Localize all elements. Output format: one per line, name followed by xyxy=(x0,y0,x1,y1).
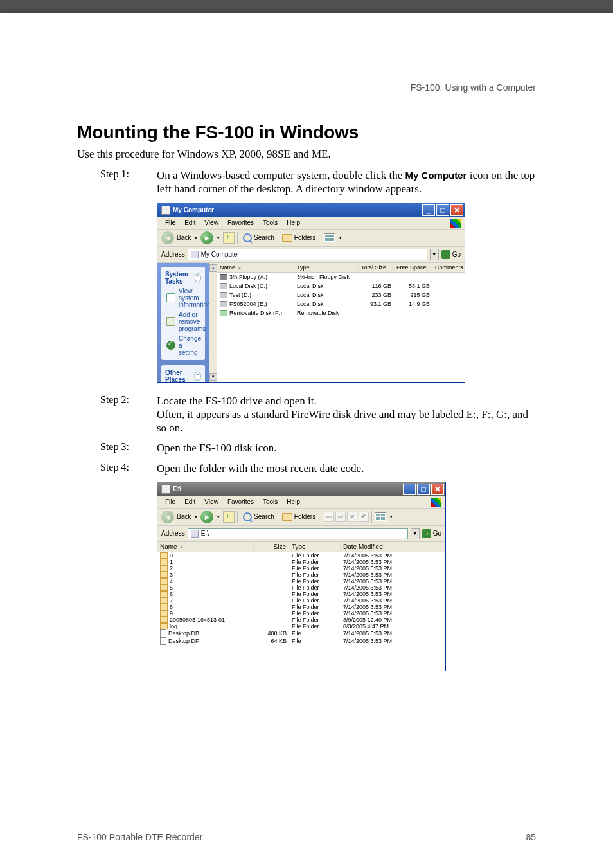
list-item[interactable]: 5File Folder7/14/2005 3:53 PM xyxy=(157,584,445,591)
collapse-button[interactable]: ⌃ xyxy=(195,273,201,282)
menu-tools[interactable]: Tools xyxy=(259,219,281,228)
go-button[interactable]: → Go xyxy=(441,250,461,259)
address-dropdown[interactable]: ▼ xyxy=(430,249,439,260)
views-dropdown[interactable]: ▼ xyxy=(389,514,393,519)
forward-button[interactable]: ► xyxy=(200,511,213,523)
col-name[interactable]: Name xyxy=(217,263,294,272)
drive-row[interactable]: FS052004 (E:)Local Disk93.1 GB14.9 GB xyxy=(217,300,465,309)
menu-view[interactable]: View xyxy=(200,498,222,507)
menu-tools[interactable]: Tools xyxy=(259,498,281,507)
views-dropdown[interactable]: ▼ xyxy=(338,235,342,240)
step-body: On a Windows-based computer system, doub… xyxy=(157,168,536,196)
list-item[interactable]: 0File Folder7/14/2005 3:53 PM xyxy=(157,552,445,559)
menu-file[interactable]: File xyxy=(161,498,179,507)
up-button[interactable] xyxy=(223,511,235,523)
delete-icon[interactable]: ✕ xyxy=(347,512,357,522)
step1-bold: My Computer xyxy=(405,170,467,181)
file-list: Name Size Type Date Modified 0File Folde… xyxy=(157,542,445,671)
menu-favorites[interactable]: Favorites xyxy=(224,498,258,507)
menu-file[interactable]: File xyxy=(161,219,179,228)
col-type[interactable]: Type xyxy=(289,542,341,552)
up-button[interactable] xyxy=(223,232,235,244)
menu-favorites[interactable]: Favorites xyxy=(224,219,258,228)
item-size xyxy=(254,604,289,610)
address-input[interactable]: My Computer xyxy=(188,249,427,260)
search-button[interactable]: Search xyxy=(240,512,277,522)
search-button[interactable]: Search xyxy=(240,233,277,243)
scroll-up-icon[interactable]: ▴ xyxy=(209,264,217,272)
list-item[interactable]: 2File Folder7/14/2005 3:53 PM xyxy=(157,565,445,572)
folders-button[interactable]: Folders xyxy=(280,233,318,242)
maximize-button[interactable]: □ xyxy=(417,484,430,495)
back-button[interactable]: ◄ xyxy=(161,231,174,244)
col-type[interactable]: Type xyxy=(294,263,359,272)
step-3: Step 3: Open the FS-100 disk icon. xyxy=(77,441,536,455)
menu-view[interactable]: View xyxy=(200,219,222,228)
col-size[interactable]: Size xyxy=(254,542,289,552)
maximize-button[interactable]: □ xyxy=(436,204,449,216)
list-item[interactable]: 8File Folder7/14/2005 3:53 PM xyxy=(157,604,445,610)
item-type: File Folder xyxy=(289,565,341,572)
titlebar[interactable]: My Computer _ □ ✕ xyxy=(157,203,465,217)
col-comments[interactable]: Comments xyxy=(432,263,465,272)
fwd-dropdown[interactable]: ▼ xyxy=(216,514,220,519)
folders-icon xyxy=(282,513,292,521)
go-button[interactable]: → Go xyxy=(422,529,441,538)
item-name: 7 xyxy=(157,597,254,604)
titlebar[interactable]: E:\ _ □ ✕ xyxy=(157,482,445,496)
screenshot-1: My Computer _ □ ✕ File Edit View Favorit… xyxy=(77,203,536,383)
copy-to-icon[interactable]: ⇨ xyxy=(335,512,346,522)
drive-row[interactable]: 3½ Floppy (A:)3½-Inch Floppy Disk xyxy=(217,273,465,282)
other-places-panel: Other Places ⌃ My Network Places My Docu… xyxy=(161,365,205,382)
drive-row[interactable]: Test (D:)Local Disk233 GB215 GB xyxy=(217,291,465,300)
menu-help[interactable]: Help xyxy=(283,498,304,507)
list-item[interactable]: logFile Folder8/3/2005 4:47 PM xyxy=(157,623,445,629)
views-button[interactable] xyxy=(375,512,386,521)
list-item[interactable]: 3File Folder7/14/2005 3:53 PM xyxy=(157,572,445,578)
folders-button[interactable]: Folders xyxy=(280,512,318,521)
list-item[interactable]: Desktop DB480 KBFile7/14/2005 3:53 PM xyxy=(157,629,445,637)
undo-icon[interactable]: ↶ xyxy=(359,512,369,522)
menu-edit[interactable]: Edit xyxy=(181,219,199,228)
fwd-dropdown[interactable]: ▼ xyxy=(216,235,220,240)
menu-edit[interactable]: Edit xyxy=(181,498,199,507)
views-button[interactable] xyxy=(324,233,335,242)
drive-row[interactable]: Removable Disk (F:)Removable Disk xyxy=(217,309,465,318)
sidebar-scrollbar[interactable]: ▴ ▾ xyxy=(209,263,217,382)
forward-button[interactable]: ► xyxy=(200,231,213,244)
list-item[interactable]: 1File Folder7/14/2005 3:53 PM xyxy=(157,559,445,565)
back-dropdown[interactable]: ▼ xyxy=(193,514,198,519)
address-dropdown[interactable]: ▼ xyxy=(411,528,420,539)
collapse-button[interactable]: ⌃ xyxy=(194,372,201,381)
drive-comments xyxy=(432,282,465,290)
scroll-down-icon[interactable]: ▾ xyxy=(209,373,217,381)
item-name: Desktop DB xyxy=(157,629,254,637)
close-button[interactable]: ✕ xyxy=(450,204,463,216)
address-input[interactable]: E:\ xyxy=(188,528,408,539)
drive-icon xyxy=(220,310,227,316)
change-setting-link[interactable]: Change a setting xyxy=(161,334,205,357)
col-total-size[interactable]: Total Size xyxy=(359,263,394,272)
minimize-button[interactable]: _ xyxy=(422,204,435,216)
menubar: File Edit View Favorites Tools Help xyxy=(157,496,445,509)
col-date[interactable]: Date Modified xyxy=(341,542,445,552)
close-button[interactable]: ✕ xyxy=(431,484,444,495)
drive-total: 233 GB xyxy=(359,291,394,299)
view-system-info-link[interactable]: View system information xyxy=(161,286,205,310)
move-to-icon[interactable]: ⇨ xyxy=(324,512,334,522)
col-name[interactable]: Name xyxy=(157,542,254,552)
list-item[interactable]: Desktop DF64 KBFile7/14/2005 3:53 PM xyxy=(157,637,445,645)
back-dropdown[interactable]: ▼ xyxy=(193,235,198,240)
add-remove-programs-link[interactable]: Add or remove programs xyxy=(161,310,205,334)
menu-help[interactable]: Help xyxy=(283,219,304,228)
minimize-button[interactable]: _ xyxy=(403,484,416,495)
drive-row[interactable]: Local Disk (C:)Local Disk116 GB58.1 GB xyxy=(217,282,465,291)
list-item[interactable]: 4File Folder7/14/2005 3:53 PM xyxy=(157,578,445,584)
col-free-space[interactable]: Free Space xyxy=(394,263,432,272)
list-item[interactable]: 9File Folder7/14/2005 3:53 PM xyxy=(157,610,445,617)
list-item[interactable]: 20050803-164513-01File Folder8/9/2005 12… xyxy=(157,617,445,623)
list-item[interactable]: 7File Folder7/14/2005 3:53 PM xyxy=(157,597,445,604)
list-item[interactable]: 6File Folder7/14/2005 3:53 PM xyxy=(157,591,445,597)
window-title: My Computer xyxy=(173,206,214,213)
back-button[interactable]: ◄ xyxy=(161,511,174,523)
